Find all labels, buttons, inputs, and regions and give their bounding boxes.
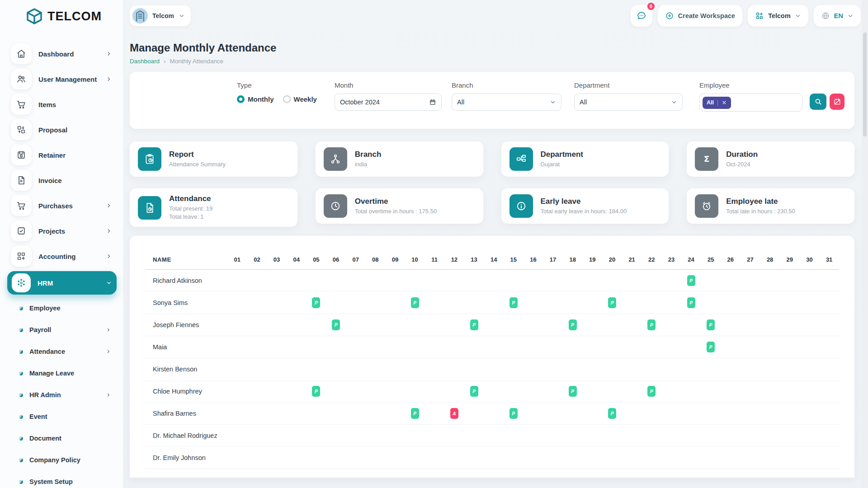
- hierarchy-icon: [330, 153, 341, 165]
- calendar-icon: [429, 99, 436, 106]
- attendance-cell: [405, 380, 425, 403]
- sidebar-subitem-hr-admin[interactable]: HR Admin: [7, 386, 117, 404]
- sidebar-item-dashboard[interactable]: Dashboard: [7, 43, 117, 64]
- sidebar-subitem-system-setup[interactable]: System Setup: [7, 473, 117, 488]
- col-header-day: 02: [247, 256, 267, 270]
- attendance-cell: [741, 314, 760, 336]
- attendance-table: NAME010203040506070809101112131415161718…: [145, 256, 839, 469]
- sidebar-subitem-employee[interactable]: Employee: [7, 299, 117, 317]
- clear-filter-button[interactable]: [830, 94, 844, 110]
- sidebar-item-purchases[interactable]: Purchases: [7, 195, 117, 216]
- sidebar-subitem-attendance[interactable]: Attendance: [7, 343, 117, 361]
- card-title: Early leave: [541, 197, 627, 206]
- weekly-radio[interactable]: Weekly: [283, 95, 317, 103]
- remove-tag-icon[interactable]: [722, 100, 727, 105]
- attendance-cell: [385, 314, 405, 336]
- sidebar-item-proposal[interactable]: Proposal: [7, 119, 117, 140]
- bullet-icon: [19, 480, 23, 484]
- attendance-cell: [287, 270, 307, 292]
- attendance-cell: [681, 336, 701, 358]
- col-header-day: 01: [227, 256, 247, 270]
- attendance-cell: [661, 447, 681, 469]
- users-icon: [16, 74, 26, 84]
- attendance-cell: P: [326, 314, 346, 336]
- summary-cards: ReportAttendance SummaryBranchindiaDepar…: [130, 141, 854, 227]
- monthly-radio[interactable]: Monthly: [237, 95, 274, 103]
- attendance-cell: [780, 425, 800, 447]
- scrollbar-thumb[interactable]: [863, 33, 867, 136]
- month-label: Month: [335, 81, 442, 89]
- attendance-cell: [819, 270, 839, 292]
- sidebar-item-user-management[interactable]: User Management: [7, 69, 117, 89]
- sidebar-subitem-label: Attendance: [29, 348, 99, 355]
- sidebar-item-accounting[interactable]: Accounting: [7, 246, 117, 267]
- chevron-down-icon: [671, 99, 677, 105]
- attendance-cell: [444, 292, 464, 314]
- sidebar-subitem-document[interactable]: Document: [7, 429, 117, 447]
- absent-badge: A: [450, 408, 458, 419]
- workspace-selector[interactable]: Telcom: [130, 5, 191, 26]
- card-line: Total overtime in hours : 175.50: [355, 207, 437, 216]
- department-select[interactable]: All: [574, 94, 683, 111]
- attendance-cell: [247, 270, 267, 292]
- sidebar-item-label: Dashboard: [38, 50, 99, 58]
- branch-select[interactable]: All: [452, 94, 561, 111]
- breadcrumb-dashboard-link[interactable]: Dashboard: [130, 58, 160, 65]
- sidebar-item-items[interactable]: Items: [7, 94, 117, 115]
- month-input[interactable]: October 2024: [335, 94, 442, 111]
- attendance-cell: [780, 314, 800, 336]
- attendance-cell: [385, 358, 405, 380]
- attendance-cell: [681, 380, 701, 403]
- sidebar-item-hrm[interactable]: HRM: [7, 271, 117, 295]
- sidebar-item-label: Projects: [38, 227, 99, 235]
- attendance-cell: [504, 380, 524, 403]
- attendance-cell: [701, 447, 721, 469]
- col-header-day: 12: [444, 256, 464, 270]
- employee-tag-all[interactable]: All: [703, 97, 731, 109]
- attendance-cell: [563, 336, 583, 358]
- attendance-cell: [425, 270, 444, 292]
- attendance-cell: [227, 380, 247, 403]
- sidebar-item-projects[interactable]: Projects: [7, 221, 117, 241]
- card-text: DepartmentGujarat: [541, 150, 583, 169]
- attendance-cell: [543, 403, 563, 425]
- attendance-cell: [484, 314, 504, 336]
- attendance-cell: [602, 380, 622, 403]
- attendance-cell: [524, 403, 543, 425]
- attendance-cell: [800, 447, 820, 469]
- chevron-down-icon: [550, 99, 556, 105]
- page-scrollbar[interactable]: [862, 0, 868, 488]
- chat-button[interactable]: 0: [631, 5, 652, 27]
- sidebar-subitem-payroll[interactable]: Payroll: [7, 321, 117, 339]
- employee-multiselect[interactable]: All: [699, 94, 802, 112]
- sidebar-subitem-event[interactable]: Event: [7, 408, 117, 426]
- attendance-cell: [622, 292, 642, 314]
- sidebar-subitem-company-policy[interactable]: Company Policy: [7, 451, 117, 469]
- sidebar-subitem-label: System Setup: [29, 478, 111, 485]
- attendance-cell: P: [563, 314, 583, 336]
- attendance-cell: [741, 403, 760, 425]
- col-header-day: 31: [819, 256, 839, 270]
- bullet-icon: [19, 393, 23, 397]
- sigma-icon: Σ: [701, 153, 712, 165]
- attendance-cell: [504, 336, 524, 358]
- attendance-cell: P: [701, 336, 721, 358]
- breadcrumb: Dashboard › Monthly Attendance: [130, 58, 854, 65]
- search-button[interactable]: [810, 94, 826, 110]
- create-workspace-button[interactable]: Create Workspace: [658, 5, 742, 27]
- app-selector[interactable]: Telcom: [748, 5, 808, 27]
- attendance-cell: P: [405, 292, 425, 314]
- attendance-cell: [741, 425, 760, 447]
- chat-count-badge: 0: [646, 2, 656, 11]
- attendance-cell: [701, 425, 721, 447]
- attendance-cell: [721, 403, 741, 425]
- sidebar-subitem-manage-leave[interactable]: Manage Leave: [7, 364, 117, 382]
- card-line: Gujarat: [541, 160, 583, 169]
- sidebar-item-retainer[interactable]: Retainer: [7, 145, 117, 165]
- attendance-cell: [800, 358, 820, 380]
- attendance-cell: [602, 336, 622, 358]
- language-selector[interactable]: EN: [814, 5, 861, 27]
- cube-logo-icon: [25, 7, 43, 25]
- attendance-cell: [267, 292, 287, 314]
- sidebar-item-invoice[interactable]: Invoice: [7, 170, 117, 191]
